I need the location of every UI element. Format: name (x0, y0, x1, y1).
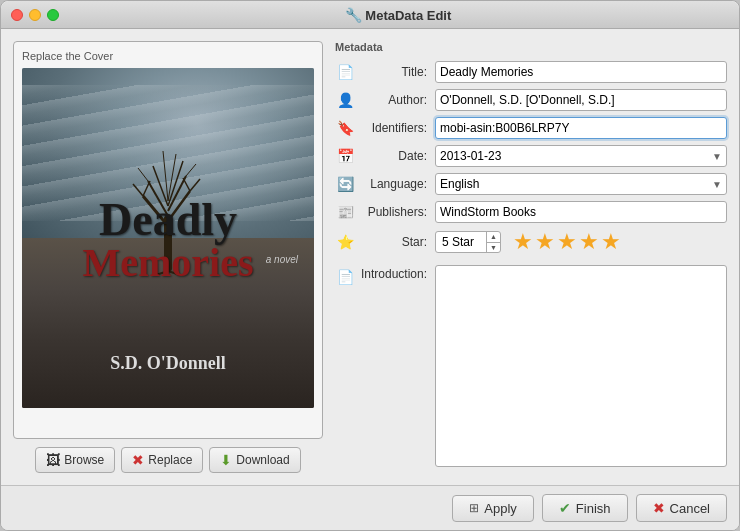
apply-label: Apply (484, 501, 517, 516)
intro-area: 📄 Introduction: (335, 265, 727, 473)
star-3: ★ (557, 229, 577, 255)
finish-label: Finish (576, 501, 611, 516)
star-field-row: ⭐ Star: ▲ ▼ ★ ★ ★ ★ ★ (335, 229, 727, 255)
cover-panel: Replace the Cover (13, 41, 323, 439)
right-panel: Metadata 📄 Title: 👤 Author: 🔖 Identifier… (335, 41, 727, 473)
star-spinner: ▲ ▼ (486, 232, 500, 252)
browse-icon: 🖼 (46, 452, 60, 468)
star-4: ★ (579, 229, 599, 255)
identifiers-field-row: 🔖 Identifiers: (335, 117, 727, 139)
bottom-bar: ⊞ Apply ✔ Finish ✖ Cancel (1, 485, 739, 530)
traffic-lights (11, 9, 59, 21)
cover-title-block: Deadly Memories (22, 197, 314, 283)
svg-line-13 (138, 168, 148, 181)
browse-button[interactable]: 🖼 Browse (35, 447, 115, 473)
cover-title-deadly: Deadly (22, 197, 314, 243)
svg-line-11 (190, 179, 200, 191)
language-field-label: Language: (359, 177, 431, 191)
star-display: ★ ★ ★ ★ ★ (513, 229, 621, 255)
publishers-field-row: 📰 Publishers: (335, 201, 727, 223)
language-value: English (440, 177, 479, 191)
title-icon: 🔧 (345, 7, 362, 23)
author-field-icon: 👤 (335, 90, 355, 110)
svg-line-12 (183, 178, 190, 191)
date-field-label: Date: (359, 149, 431, 163)
title-input[interactable] (435, 61, 727, 83)
cancel-icon: ✖ (653, 500, 665, 516)
intro-field-icon: 📄 (335, 267, 355, 287)
cancel-button[interactable]: ✖ Cancel (636, 494, 727, 522)
author-field-label: Author: (359, 93, 431, 107)
star-1: ★ (513, 229, 533, 255)
apply-icon: ⊞ (469, 501, 479, 515)
close-button[interactable] (11, 9, 23, 21)
publishers-field-label: Publishers: (359, 205, 431, 219)
star-row: ▲ ▼ ★ ★ ★ ★ ★ (435, 229, 621, 255)
download-button[interactable]: ⬇ Download (209, 447, 300, 473)
title-bar: 🔧 MetaData Edit (1, 1, 739, 29)
content-area: Replace the Cover (1, 29, 739, 485)
cover-subtitle: a novel (266, 254, 298, 265)
book-cover: Deadly Memories a novel S.D. O'Donnell (22, 68, 314, 408)
replace-label: Replace (148, 453, 192, 467)
main-window: 🔧 MetaData Edit Replace the Cover (0, 0, 740, 531)
minimize-button[interactable] (29, 9, 41, 21)
publishers-input[interactable] (435, 201, 727, 223)
finish-button[interactable]: ✔ Finish (542, 494, 628, 522)
identifiers-field-label: Identifiers: (359, 121, 431, 135)
date-value: 2013-01-23 (440, 149, 501, 163)
left-panel: Replace the Cover (13, 41, 323, 473)
cover-panel-label: Replace the Cover (22, 50, 314, 62)
browse-label: Browse (64, 453, 104, 467)
metadata-label: Metadata (335, 41, 727, 53)
author-field-row: 👤 Author: (335, 89, 727, 111)
cover-author: S.D. O'Donnell (22, 353, 314, 374)
date-field-icon: 📅 (335, 146, 355, 166)
title-field-label: Title: (359, 65, 431, 79)
replace-button[interactable]: ✖ Replace (121, 447, 203, 473)
intro-textarea[interactable] (435, 265, 727, 467)
star-field-icon: ⭐ (335, 232, 355, 252)
window-title: 🔧 MetaData Edit (67, 7, 729, 23)
title-field-icon: 📄 (335, 62, 355, 82)
publishers-field-icon: 📰 (335, 202, 355, 222)
language-select[interactable]: English ▼ (435, 173, 727, 195)
date-dropdown-arrow: ▼ (712, 151, 722, 162)
date-select[interactable]: 2013-01-23 ▼ (435, 145, 727, 167)
cover-buttons: 🖼 Browse ✖ Replace ⬇ Download (13, 447, 323, 473)
identifiers-field-icon: 🔖 (335, 118, 355, 138)
apply-button[interactable]: ⊞ Apply (452, 495, 534, 522)
cancel-label: Cancel (670, 501, 710, 516)
finish-icon: ✔ (559, 500, 571, 516)
replace-icon: ✖ (132, 452, 144, 468)
svg-line-14 (186, 164, 196, 176)
author-input[interactable] (435, 89, 727, 111)
star-5: ★ (601, 229, 621, 255)
identifiers-input[interactable] (435, 117, 727, 139)
intro-field-label: Introduction: (359, 267, 431, 281)
star-2: ★ (535, 229, 555, 255)
title-field-row: 📄 Title: (335, 61, 727, 83)
download-label: Download (236, 453, 289, 467)
intro-field-row: 📄 Introduction: (335, 265, 727, 467)
language-dropdown-arrow: ▼ (712, 179, 722, 190)
maximize-button[interactable] (47, 9, 59, 21)
star-field-label: Star: (359, 235, 431, 249)
star-spin-down[interactable]: ▼ (487, 243, 500, 253)
star-input[interactable] (436, 235, 486, 249)
star-input-box: ▲ ▼ (435, 231, 501, 253)
title-text: MetaData Edit (365, 8, 451, 23)
star-spin-up[interactable]: ▲ (487, 232, 500, 243)
download-icon: ⬇ (220, 452, 232, 468)
language-field-icon: 🔄 (335, 174, 355, 194)
language-field-row: 🔄 Language: English ▼ (335, 173, 727, 195)
date-field-row: 📅 Date: 2013-01-23 ▼ (335, 145, 727, 167)
